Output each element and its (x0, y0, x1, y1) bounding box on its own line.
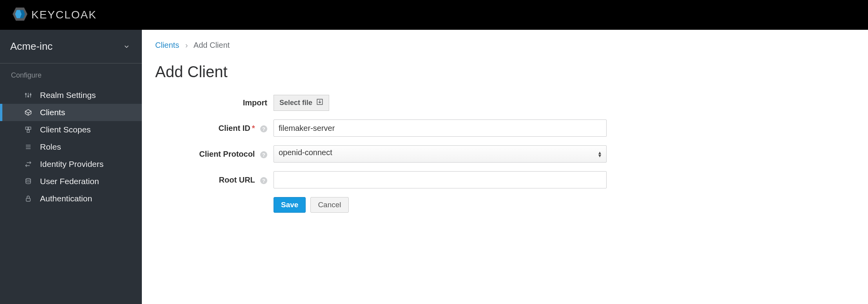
sidebar-nav: Realm Settings Clients Client Scopes Rol… (0, 87, 142, 207)
svg-line-11 (28, 111, 31, 113)
sidebar-item-roles[interactable]: Roles (0, 138, 142, 156)
client-protocol-select[interactable]: openid-connect (274, 145, 607, 163)
brand-name: KEYCLOAK (31, 9, 97, 21)
breadcrumb: Clients › Add Client (155, 41, 855, 50)
select-file-label: Select file (279, 99, 312, 107)
cube-icon (24, 109, 33, 116)
help-icon[interactable]: ? (260, 151, 267, 158)
svg-rect-13 (25, 127, 28, 129)
client-id-input[interactable] (274, 119, 607, 137)
brand-logo[interactable]: KEYCLOAK (12, 6, 97, 24)
import-icon (316, 98, 323, 107)
sidebar-item-label: Authentication (40, 194, 92, 203)
sliders-icon (24, 92, 33, 99)
sidebar-item-label: Client Scopes (40, 125, 91, 134)
page-title: Add Client (155, 63, 855, 81)
sidebar-item-label: Identity Providers (40, 159, 103, 169)
svg-point-6 (25, 94, 27, 95)
svg-line-10 (25, 111, 29, 113)
list-icon (24, 143, 33, 150)
svg-point-21 (26, 179, 31, 181)
root-url-input[interactable] (274, 171, 607, 188)
svg-rect-22 (26, 198, 31, 201)
sidebar-item-authentication[interactable]: Authentication (0, 190, 142, 207)
svg-point-8 (30, 94, 31, 95)
sidebar-item-label: Roles (40, 142, 61, 152)
svg-rect-14 (29, 127, 31, 129)
sidebar-item-identity-providers[interactable]: Identity Providers (0, 156, 142, 173)
top-bar: KEYCLOAK (0, 0, 868, 30)
help-icon[interactable]: ? (260, 125, 267, 132)
import-label: Import (155, 98, 274, 107)
cancel-button[interactable]: Cancel (310, 197, 348, 213)
sidebar-item-client-scopes[interactable]: Client Scopes (0, 121, 142, 138)
breadcrumb-parent-link[interactable]: Clients (155, 41, 179, 49)
client-id-label: Client ID* ? (155, 124, 274, 133)
sidebar-item-realm-settings[interactable]: Realm Settings (0, 87, 142, 104)
sidebar: Acme-inc Configure Realm Settings Client… (0, 30, 142, 304)
breadcrumb-current: Add Client (194, 41, 230, 49)
boxes-icon (24, 126, 33, 133)
keycloak-logo-icon (12, 6, 28, 24)
database-icon (24, 178, 33, 185)
breadcrumb-separator: › (181, 41, 192, 49)
client-protocol-label: Client Protocol ? (155, 150, 274, 159)
chevron-down-icon (123, 43, 130, 50)
sidebar-item-label: Clients (40, 108, 65, 117)
sidebar-item-label: Realm Settings (40, 90, 96, 100)
client-protocol-value: openid-connect (279, 148, 332, 157)
svg-point-7 (28, 96, 29, 97)
realm-selector[interactable]: Acme-inc (0, 30, 142, 63)
root-url-label: Root URL ? (155, 176, 274, 185)
sidebar-section-label: Configure (0, 63, 142, 87)
help-icon[interactable]: ? (260, 177, 267, 184)
lock-icon (24, 195, 33, 202)
save-button[interactable]: Save (274, 197, 306, 213)
realm-name: Acme-inc (10, 40, 53, 52)
select-file-button[interactable]: Select file (274, 95, 329, 111)
main-content: Clients › Add Client Add Client Import S… (142, 30, 868, 304)
sidebar-item-user-federation[interactable]: User Federation (0, 173, 142, 190)
sidebar-item-clients[interactable]: Clients (0, 104, 142, 121)
exchange-icon (24, 161, 33, 168)
svg-rect-15 (27, 130, 29, 132)
sidebar-item-label: User Federation (40, 177, 99, 186)
